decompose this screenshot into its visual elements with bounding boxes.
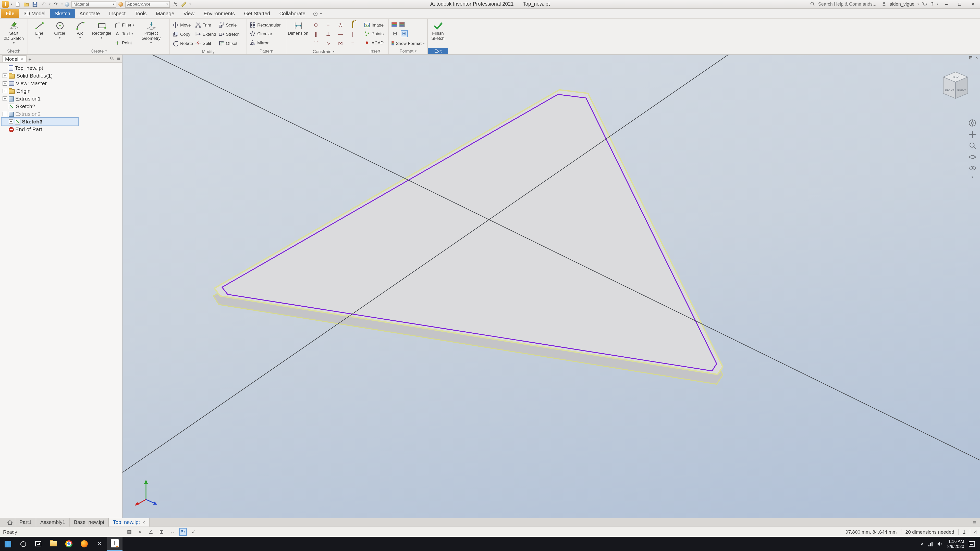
new-file-button[interactable] <box>14 1 21 7</box>
tab-3d-model[interactable]: 3D Model <box>19 9 50 18</box>
tray-expand-icon[interactable]: ∧ <box>921 541 924 547</box>
fillet-button[interactable]: Fillet▾ <box>115 21 138 29</box>
sketch-format-icon[interactable] <box>391 22 397 27</box>
navigation-wheel-icon[interactable] <box>968 119 977 127</box>
viewcube-front-label[interactable]: FRONT <box>945 89 954 92</box>
help-caret-icon[interactable]: ▾ <box>937 3 938 6</box>
constraint-smooth-icon[interactable]: ∿ <box>326 41 330 46</box>
ribbon-display-caret-icon[interactable]: ▾ <box>320 12 322 15</box>
tree-item-extrusion2[interactable]: −Extrusion2 <box>2 110 122 118</box>
constraint-vertical-icon[interactable]: ∣ <box>352 32 354 37</box>
expander-icon[interactable]: + <box>3 89 7 94</box>
tree-item-extrusion1[interactable]: +Extrusion1 <box>2 95 122 103</box>
browser-search-icon[interactable] <box>110 56 115 61</box>
browser-tab-close-icon[interactable]: × <box>21 56 23 61</box>
firefox-button[interactable] <box>76 537 92 551</box>
panel-create-caret-icon[interactable]: ▾ <box>105 49 107 52</box>
app-menu-caret-icon[interactable]: ▾ <box>11 3 12 6</box>
panel-constrain-label[interactable]: Constrain <box>313 49 331 54</box>
project-geometry-button[interactable]: Project Geometry ▾ <box>139 20 163 48</box>
dof-display-icon[interactable]: ↻ <box>179 528 187 536</box>
network-icon[interactable] <box>928 541 932 546</box>
expander-icon[interactable]: + <box>3 97 7 101</box>
redo-caret-icon[interactable]: ▾ <box>61 3 63 6</box>
constraint-tangent-icon[interactable]: ⌒ <box>313 41 318 46</box>
orbit-icon[interactable] <box>969 153 976 161</box>
tab-environments[interactable]: Environments <box>199 9 239 18</box>
rectangle-caret-icon[interactable]: ▾ <box>101 36 102 39</box>
start-2d-caret-icon[interactable]: ▾ <box>13 41 14 44</box>
tab-inspect[interactable]: Inspect <box>104 9 130 18</box>
constraint-symmetric-icon[interactable]: ⋈ <box>338 41 343 46</box>
line-caret-icon[interactable]: ▾ <box>38 36 40 39</box>
line-button[interactable]: Line ▾ <box>29 20 49 48</box>
user-caret-icon[interactable]: ▾ <box>918 3 919 6</box>
finish-sketch-button[interactable]: Finish Sketch <box>429 20 447 48</box>
browser-menu-icon[interactable]: ≡ <box>117 56 120 61</box>
tree-item-solid-bodies[interactable]: +Solid Bodies(1) <box>2 72 122 79</box>
doc-tabs-menu-icon[interactable]: ≡ <box>969 518 980 527</box>
file-explorer-button[interactable] <box>46 537 61 551</box>
viewport-canvas[interactable] <box>123 55 980 518</box>
graphics-viewport[interactable]: ⊞ × TOP FRONT RIGHT ▾ <box>123 55 980 518</box>
browser-add-tab-button[interactable]: + <box>28 56 31 62</box>
qat-customize-caret-icon[interactable]: ▾ <box>189 3 191 6</box>
store-cart-icon[interactable] <box>922 2 928 6</box>
expander-icon[interactable]: − <box>3 112 7 116</box>
arc-button[interactable]: Arc ▾ <box>70 20 90 48</box>
rectangular-pattern-button[interactable]: Rectangular <box>250 21 283 29</box>
offset-button[interactable]: Offset <box>218 39 240 48</box>
inventor-taskbar-button[interactable]: I <box>107 537 123 551</box>
part-top-face[interactable] <box>215 90 723 375</box>
minimize-button[interactable]: – <box>941 0 951 8</box>
copy-button[interactable]: Copy <box>172 30 193 38</box>
home-tab-button[interactable] <box>5 518 15 527</box>
zoom-icon[interactable] <box>969 142 976 149</box>
trim-button[interactable]: Trim <box>195 21 216 29</box>
slice-graphics-icon[interactable]: ✓ <box>190 528 197 536</box>
snap-grid-icon[interactable]: ▦ <box>126 528 133 536</box>
constraint-inference-icon[interactable]: ⌖ <box>136 528 144 536</box>
tab-tools[interactable]: Tools <box>130 9 151 18</box>
material-combo[interactable]: Material▾ <box>72 1 116 7</box>
open-button[interactable] <box>23 1 30 7</box>
circular-pattern-button[interactable]: Circular <box>250 30 283 38</box>
app-x-button[interactable]: × <box>92 537 107 551</box>
circle-caret-icon[interactable]: ▾ <box>59 36 60 39</box>
measure-button[interactable] <box>181 1 187 7</box>
pan-icon[interactable] <box>969 130 976 138</box>
constraint-coincident-icon[interactable]: ⊙ <box>314 22 318 28</box>
redo-button[interactable]: ↷ <box>52 1 59 7</box>
tab-annotate[interactable]: Annotate <box>75 9 104 18</box>
split-button[interactable]: Split <box>195 39 216 48</box>
browser-tab-model[interactable]: Model× <box>2 55 26 62</box>
tab-collaborate[interactable]: Collaborate <box>275 9 310 18</box>
help-button[interactable]: ? <box>931 1 934 7</box>
tab-sketch[interactable]: Sketch <box>50 9 75 18</box>
doc-tab-close-icon[interactable]: × <box>142 519 145 525</box>
project-geometry-caret-icon[interactable]: ▾ <box>150 41 152 44</box>
save-button[interactable] <box>32 1 38 7</box>
panel-constrain-caret-icon[interactable]: ▾ <box>333 50 334 53</box>
undo-button[interactable]: ↶ <box>40 1 47 7</box>
constraint-fix-icon[interactable] <box>352 22 353 28</box>
appearance-combo[interactable]: Appearance▾ <box>125 1 170 7</box>
acad-button[interactable]: AACAD <box>364 39 386 47</box>
stretch-button[interactable]: Stretch <box>218 30 240 38</box>
tree-item-root[interactable]: Top_new.ipt <box>2 64 122 72</box>
centerline-toggle-icon[interactable]: ⊞ <box>391 30 399 38</box>
constraint-collinear-icon[interactable]: ≡ <box>327 22 329 28</box>
constraint-equal-icon[interactable]: = <box>351 41 354 46</box>
start-2d-sketch-button[interactable]: Start 2D Sketch ▾ <box>3 20 24 48</box>
navbar-caret-icon[interactable]: ▾ <box>972 176 973 179</box>
tab-file[interactable]: File <box>1 9 19 18</box>
doc-tab-base-new[interactable]: Base_new.ipt <box>70 518 109 527</box>
start-button[interactable] <box>0 537 15 551</box>
constraint-horizontal-icon[interactable]: ― <box>338 32 343 37</box>
look-at-icon[interactable] <box>969 164 976 172</box>
show-format-button[interactable]: Show Format▾ <box>391 39 425 48</box>
undo-caret-icon[interactable]: ▾ <box>49 3 51 6</box>
driven-dimension-toggle-icon[interactable]: ⊞ <box>401 30 408 38</box>
panel-format-label[interactable]: Format <box>400 48 414 54</box>
panel-create-label[interactable]: Create <box>91 48 103 54</box>
